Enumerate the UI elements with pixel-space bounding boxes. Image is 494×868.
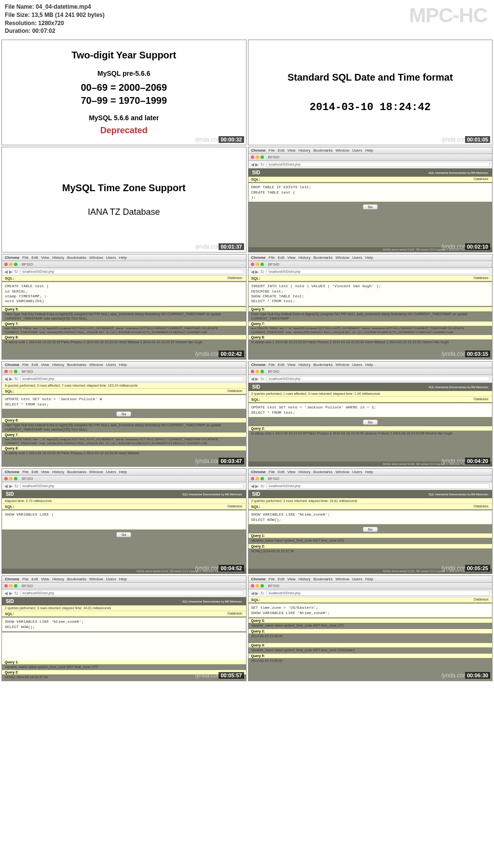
zoom-icon[interactable] (261, 370, 264, 373)
menu-bar[interactable]: ChromeFileEditViewHistoryBookmarksWindow… (2, 362, 246, 368)
menu-bar[interactable]: ChromeFileEditViewHistoryBookmarksWindow… (2, 254, 246, 261)
url-bar[interactable]: ◀ ▶↻localhost/SID/sid.php (2, 268, 246, 276)
sql-input[interactable]: SHOW VARIABLES LIKE | (2, 510, 246, 530)
window-controls[interactable]: BFSID (248, 368, 493, 375)
url-bar[interactable]: ◀ ▶↻localhost/SID/sid.php (2, 375, 246, 383)
thumb-5[interactable]: ChromeFileEditViewHistoryBookmarksWindow… (1, 254, 247, 360)
sql-input[interactable]: UPDATE test SET note = 'Jackson Pollock'… (248, 403, 493, 417)
reload-icon[interactable]: ↻ (261, 377, 264, 381)
window-controls[interactable]: BFSID (248, 154, 493, 161)
window-controls[interactable]: BFSID (248, 583, 493, 589)
go-button[interactable]: Go (116, 532, 131, 537)
minimize-icon[interactable] (256, 155, 259, 159)
url-bar[interactable]: ◀ ▶↻localhost/SID/sid.php (248, 375, 493, 383)
back-icon[interactable]: ◀ ▶ (4, 269, 13, 274)
reload-icon[interactable]: ↻ (261, 484, 264, 489)
close-icon[interactable] (4, 584, 8, 588)
url-field[interactable]: localhost/SID/sid.php (266, 269, 490, 274)
url-bar[interactable]: ◀ ▶↻localhost/SID/sid.php (248, 589, 493, 597)
close-icon[interactable] (251, 155, 254, 159)
back-icon[interactable]: ◀ ▶ (251, 269, 259, 274)
thumb-4[interactable]: ChromeFileEditViewHistoryBookmarksWindow… (248, 147, 493, 252)
go-button[interactable]: Go (363, 204, 378, 210)
menu-bar[interactable]: ChromeFileEditViewHistoryBookmarksWindow… (248, 576, 493, 583)
close-icon[interactable] (251, 477, 254, 480)
url-bar[interactable]: ◀ ▶↻localhost/SID/sid.php (2, 589, 246, 597)
url-bar[interactable]: ◀ ▶↻localhost/SID/sid.php (248, 161, 493, 168)
back-icon[interactable]: ◀ ▶ (251, 591, 259, 596)
reload-icon[interactable]: ↻ (14, 591, 18, 596)
go-button[interactable]: Go (363, 527, 378, 532)
go-button[interactable]: Go (116, 411, 131, 417)
menu-bar[interactable]: ChromeFileEditViewHistoryBookmarksWindow… (248, 362, 493, 368)
back-icon[interactable]: ◀ ▶ (4, 484, 13, 489)
url-bar[interactable]: ◀ ▶↻localhost/SID/sid.php (248, 268, 493, 276)
reload-icon[interactable]: ↻ (261, 591, 264, 596)
menu-bar[interactable]: ChromeFileEditViewHistoryBookmarksWindow… (248, 469, 493, 476)
reload-icon[interactable]: ↻ (14, 377, 18, 381)
close-icon[interactable] (251, 584, 254, 588)
reload-icon[interactable]: ↻ (261, 269, 264, 274)
thumb-11[interactable]: ChromeFileEditViewHistoryBookmarksWindow… (1, 575, 247, 681)
close-icon[interactable] (4, 477, 8, 480)
thumb-8[interactable]: ChromeFileEditViewHistoryBookmarksWindow… (248, 361, 493, 467)
thumb-9[interactable]: ChromeFileEditViewHistoryBookmarksWindow… (1, 468, 247, 574)
back-icon[interactable]: ◀ ▶ (251, 484, 259, 489)
sql-input[interactable]: INSERT INTO test ( note ) VALUES ( 'Vinc… (248, 282, 493, 306)
url-field[interactable]: localhost/SID/sid.php (266, 483, 490, 489)
menu-bar[interactable]: ChromeFileEditViewHistoryBookmarksWindow… (248, 147, 493, 154)
thumb-1[interactable]: Two-digit Year Support MySQL pre-5.6.6 0… (1, 40, 247, 145)
minimize-icon[interactable] (9, 370, 13, 373)
zoom-icon[interactable] (261, 155, 264, 159)
back-icon[interactable]: ◀ ▶ (251, 162, 259, 167)
back-icon[interactable]: ◀ ▶ (4, 591, 13, 596)
zoom-icon[interactable] (14, 584, 17, 588)
minimize-icon[interactable] (256, 263, 259, 266)
window-controls[interactable]: BFSID (2, 261, 246, 268)
minimize-icon[interactable] (256, 477, 259, 480)
menu-bar[interactable]: ChromeFileEditViewHistoryBookmarksWindow… (2, 576, 246, 583)
thumb-3[interactable]: MySQL Time Zone Support IANA TZ Database… (1, 147, 247, 252)
thumb-6[interactable]: ChromeFileEditViewHistoryBookmarksWindow… (248, 254, 493, 360)
close-icon[interactable] (251, 370, 254, 373)
back-icon[interactable]: ◀ ▶ (4, 377, 13, 381)
url-bar[interactable]: ◀ ▶↻localhost/SID/sid.php (248, 482, 493, 490)
go-button[interactable]: Go (363, 420, 378, 425)
reload-icon[interactable]: ↻ (14, 269, 18, 274)
close-icon[interactable] (251, 263, 254, 266)
sql-input[interactable]: SHOW VARIABLES LIKE '%time_zone%'; SELEC… (2, 617, 246, 631)
url-field[interactable]: localhost/SID/sid.php (266, 590, 490, 596)
thumb-7[interactable]: ChromeFileEditViewHistoryBookmarksWindow… (1, 361, 247, 467)
menu-bar[interactable]: ChromeFileEditViewHistoryBookmarksWindow… (248, 254, 493, 261)
url-field[interactable]: localhost/SID/sid.php (20, 376, 244, 381)
window-controls[interactable]: BFSID (248, 476, 493, 482)
minimize-icon[interactable] (9, 477, 13, 480)
back-icon[interactable]: ◀ ▶ (251, 377, 259, 381)
sql-input[interactable]: CREATE TABLE test ( id SERIAL, stamp TIM… (2, 282, 246, 306)
window-controls[interactable]: BFSID (2, 368, 246, 375)
window-controls[interactable]: BFSID (2, 476, 246, 482)
sql-input[interactable]: DROP TABLE IF EXISTS test; CREATE TABLE … (248, 183, 493, 202)
window-controls[interactable]: BFSID (248, 261, 493, 268)
thumb-10[interactable]: ChromeFileEditViewHistoryBookmarksWindow… (248, 468, 493, 574)
zoom-icon[interactable] (14, 263, 17, 266)
window-controls[interactable]: BFSID (2, 583, 246, 589)
url-field[interactable]: localhost/SID/sid.php (20, 269, 244, 274)
zoom-icon[interactable] (261, 263, 264, 266)
reload-icon[interactable]: ↻ (14, 484, 18, 489)
url-field[interactable]: localhost/SID/sid.php (266, 162, 490, 167)
zoom-icon[interactable] (14, 370, 17, 373)
minimize-icon[interactable] (9, 584, 13, 588)
sql-input[interactable]: SHOW VARIABLES LIKE '%time_zone%'; SELEC… (248, 510, 493, 524)
close-icon[interactable] (4, 370, 8, 373)
url-field[interactable]: localhost/SID/sid.php (20, 590, 244, 596)
minimize-icon[interactable] (256, 584, 259, 588)
thumb-2[interactable]: Standard SQL Date and Time format 2014-0… (248, 40, 493, 145)
zoom-icon[interactable] (14, 477, 17, 480)
sql-input[interactable]: UPDATE test SET note = 'Jackson Pollock'… (2, 395, 246, 409)
url-field[interactable]: localhost/SID/sid.php (266, 376, 490, 381)
zoom-icon[interactable] (261, 584, 264, 588)
reload-icon[interactable]: ↻ (261, 162, 264, 167)
thumb-12[interactable]: ChromeFileEditViewHistoryBookmarksWindow… (248, 575, 493, 681)
minimize-icon[interactable] (256, 370, 259, 373)
